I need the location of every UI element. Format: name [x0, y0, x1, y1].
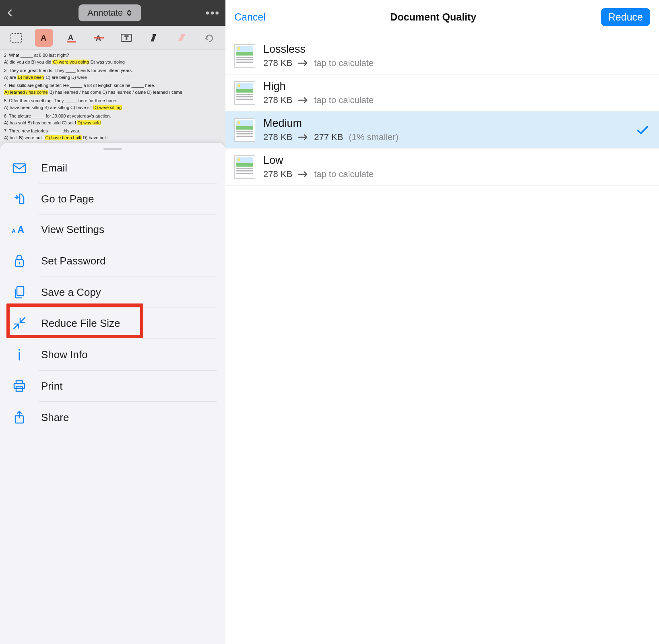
doc-line: A) are B) have been C) are being D) were — [4, 74, 221, 80]
menu-show-info[interactable]: Show Info — [0, 339, 225, 370]
svg-text:A: A — [12, 228, 16, 234]
svg-line-17 — [14, 324, 19, 329]
menu-email[interactable]: Email — [0, 153, 225, 183]
menu-view-settings[interactable]: AA View Settings — [0, 215, 225, 245]
doc-line: A) has sold B) has been sold C) sold D) … — [4, 120, 221, 126]
menu-label: Save a Copy — [41, 286, 101, 299]
quality-name: Low — [263, 154, 650, 167]
annotate-toolbar: A A A T — [0, 26, 225, 50]
svg-text:A: A — [68, 33, 73, 41]
more-button[interactable]: ••• — [206, 6, 220, 19]
cancel-button[interactable]: Cancel — [234, 11, 266, 23]
doc-line: 7. Three new factories _____ this year. — [4, 128, 221, 134]
quality-sub: 278 KB tap to calculate — [263, 169, 650, 180]
page-thumbnail-icon — [234, 44, 255, 68]
svg-rect-9 — [181, 34, 185, 36]
strikethrough-text-tool[interactable]: A — [90, 29, 108, 47]
svg-line-16 — [20, 318, 25, 322]
arrow-right-icon — [298, 97, 308, 104]
svg-rect-22 — [16, 387, 23, 391]
goto-page-icon — [11, 192, 27, 205]
copy-icon — [11, 286, 27, 299]
svg-point-18 — [19, 349, 20, 351]
updown-chevron-icon — [126, 9, 132, 17]
menu-reduce-file-size[interactable]: Reduce File Size — [0, 308, 225, 339]
svg-rect-10 — [13, 164, 25, 173]
svg-text:T: T — [125, 35, 128, 41]
doc-line: 2. What _____ at 8.00 last night? — [4, 52, 221, 58]
doc-line: 3. They are great friends. They ____ fri… — [4, 68, 221, 74]
selection-tool[interactable] — [7, 29, 25, 47]
top-bar: Annotate ••• — [0, 0, 225, 26]
menu-label: Reduce File Size — [41, 317, 120, 330]
annotate-mode-selector[interactable]: Annotate — [79, 4, 141, 21]
menu-share[interactable]: Share — [0, 402, 225, 433]
doc-line: 5. Offer them something. They _____ here… — [4, 98, 221, 104]
quality-header: Cancel Document Quality Reduce — [225, 0, 659, 34]
lock-icon — [11, 254, 27, 268]
annotate-label: Annotate — [87, 8, 123, 18]
quality-row-lossless[interactable]: Lossless 278 KB tap to calculate — [225, 37, 659, 74]
highlight-text-tool[interactable]: A — [35, 29, 53, 47]
underline-text-tool[interactable]: A — [62, 29, 80, 47]
arrow-right-icon — [298, 134, 308, 141]
menu-label: Show Info — [41, 349, 88, 361]
page-title: Document Quality — [390, 11, 476, 23]
quality-name: Medium — [263, 117, 650, 130]
sheet-grabber[interactable] — [103, 148, 122, 150]
quality-row-low[interactable]: Low 278 KB tap to calculate — [225, 149, 659, 186]
reduce-button[interactable]: Reduce — [601, 8, 650, 26]
checkmark-icon — [636, 125, 649, 135]
menu-label: Go to Page — [41, 193, 94, 205]
menu-label: Set Password — [41, 255, 105, 267]
doc-line: 4. His skills are getting better. He ___… — [4, 83, 221, 89]
compress-icon — [11, 317, 27, 330]
menu-go-to-page[interactable]: Go to Page — [0, 184, 225, 214]
menu-label: Email — [41, 162, 67, 174]
undo-button[interactable] — [200, 29, 218, 47]
quality-row-medium[interactable]: Medium 278 KB 277 KB (1% smaller) — [225, 111, 659, 149]
menu-print[interactable]: Print — [0, 371, 225, 401]
eraser-tool[interactable] — [173, 29, 190, 47]
text-box-tool[interactable]: T — [118, 29, 135, 47]
page-thumbnail-icon — [234, 81, 255, 105]
arrow-right-icon — [298, 60, 308, 67]
quality-name: High — [263, 80, 650, 93]
menu-label: Share — [41, 411, 69, 424]
doc-line: 6. The picture _____ for £3.000 at yeste… — [4, 113, 221, 119]
actions-sheet: Email Go to Page AA View Settings Set Pa… — [0, 143, 225, 644]
menu-label: Print — [41, 380, 62, 392]
doc-line: A) did you do B) you did C) were you doi… — [4, 59, 221, 65]
print-icon — [11, 380, 27, 392]
share-icon — [11, 411, 27, 424]
quality-list: Lossless 278 KB tap to calculate High 27… — [225, 37, 659, 186]
doc-line: A) learned / has come B) has learned / h… — [4, 89, 221, 95]
page-thumbnail-icon — [234, 155, 255, 179]
left-pane: Annotate ••• A A A T 2. Wha — [0, 0, 225, 644]
svg-rect-15 — [17, 287, 24, 295]
back-button[interactable] — [6, 8, 14, 17]
menu-label: View Settings — [41, 223, 104, 236]
quality-row-high[interactable]: High 278 KB tap to calculate — [225, 74, 659, 111]
info-icon — [11, 348, 27, 361]
menu-set-password[interactable]: Set Password — [0, 245, 225, 277]
doc-line: A) built B) were built C) have been buil… — [4, 135, 221, 141]
text-size-icon: AA — [11, 224, 27, 235]
arrow-right-icon — [298, 171, 308, 178]
quality-sub: 278 KB 277 KB (1% smaller) — [263, 132, 650, 142]
svg-text:A: A — [17, 224, 24, 235]
quality-sub: 278 KB tap to calculate — [263, 95, 650, 105]
svg-rect-8 — [153, 34, 156, 36]
marker-tool[interactable] — [145, 29, 163, 47]
page-thumbnail-icon — [234, 118, 255, 142]
mail-icon — [11, 163, 27, 173]
svg-rect-0 — [11, 33, 21, 42]
menu-save-a-copy[interactable]: Save a Copy — [0, 277, 225, 308]
svg-text:A: A — [41, 33, 46, 42]
doc-line: A) have been sitting B) are sitting C) h… — [4, 105, 221, 111]
quality-name: Lossless — [263, 43, 650, 56]
right-pane: Cancel Document Quality Reduce Lossless … — [225, 0, 659, 644]
quality-sub: 278 KB tap to calculate — [263, 58, 650, 68]
